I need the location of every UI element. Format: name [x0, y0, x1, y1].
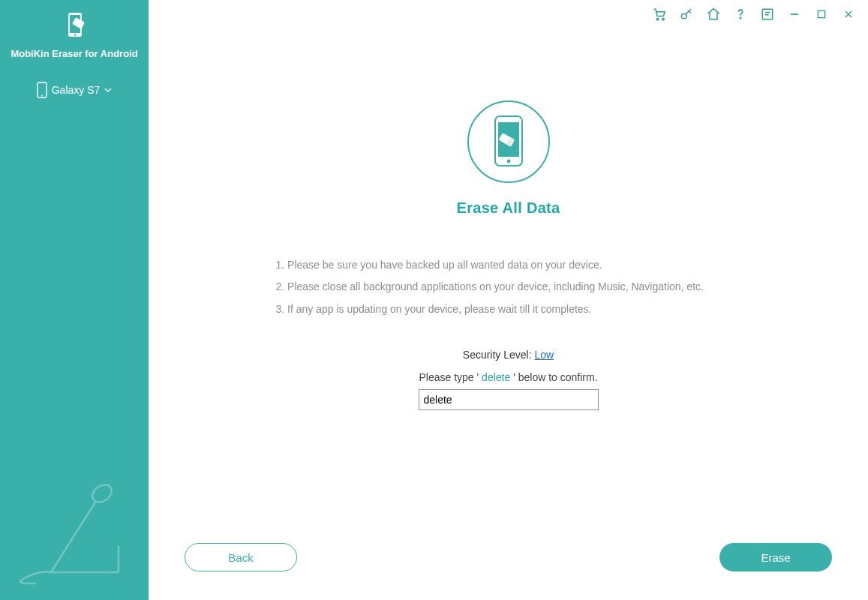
close-icon[interactable]: [841, 7, 856, 22]
svg-point-2: [74, 34, 77, 36]
confirm-input[interactable]: [419, 389, 599, 410]
titlebar: [149, 0, 868, 26]
main-panel: Erase All Data 1. Please be sure you hav…: [149, 0, 868, 600]
instruction-item: 2. Please close all background applicati…: [276, 276, 741, 298]
confirm-suffix: ' below to confirm.: [513, 371, 597, 383]
app-title: MobiKin Eraser for Android: [11, 48, 137, 59]
device-name: Galaxy S7: [52, 84, 101, 96]
erase-button[interactable]: Erase: [719, 543, 832, 572]
svg-point-7: [656, 19, 658, 20]
security-level-label: Security Level:: [463, 349, 532, 361]
svg-rect-11: [762, 9, 772, 19]
footer: Back Erase: [149, 543, 868, 600]
svg-point-6: [89, 482, 115, 506]
instruction-item: 3. If any app is updating on your device…: [276, 298, 741, 320]
device-selector[interactable]: Galaxy S7: [37, 82, 113, 98]
home-icon[interactable]: [706, 7, 721, 22]
app-logo-block: MobiKin Eraser for Android: [11, 0, 137, 59]
instruction-item: 1. Please be sure you have backed up all…: [276, 254, 741, 276]
feedback-icon[interactable]: [760, 7, 775, 22]
chevron-down-icon: [104, 85, 112, 95]
sidebar-decoration-icon: [6, 471, 134, 594]
app-logo-icon: [56, 8, 93, 45]
svg-point-9: [681, 14, 686, 19]
minimize-icon[interactable]: [787, 7, 802, 22]
phone-icon: [37, 82, 47, 98]
help-icon[interactable]: [733, 7, 748, 22]
svg-point-15: [506, 160, 510, 164]
content-area: Erase All Data 1. Please be sure you hav…: [149, 26, 868, 543]
confirm-instruction: Please type ' delete ' below to confirm.: [419, 371, 597, 383]
security-level-row: Security Level: Low: [463, 349, 554, 361]
cart-icon[interactable]: [652, 7, 667, 22]
security-level-link[interactable]: Low: [535, 349, 554, 361]
back-button[interactable]: Back: [185, 543, 297, 572]
erase-illustration-icon: [467, 100, 550, 183]
sidebar: MobiKin Eraser for Android Galaxy S7: [0, 0, 149, 600]
page-heading: Erase All Data: [457, 200, 560, 217]
maximize-icon[interactable]: [814, 7, 829, 22]
confirm-prefix: Please type ': [419, 371, 479, 383]
confirm-keyword: delete: [482, 371, 510, 383]
svg-point-10: [740, 17, 740, 18]
svg-point-5: [41, 95, 43, 97]
svg-rect-12: [818, 10, 824, 17]
key-icon[interactable]: [679, 7, 694, 22]
instructions-list: 1. Please be sure you have backed up all…: [276, 254, 741, 320]
svg-point-8: [662, 19, 664, 20]
